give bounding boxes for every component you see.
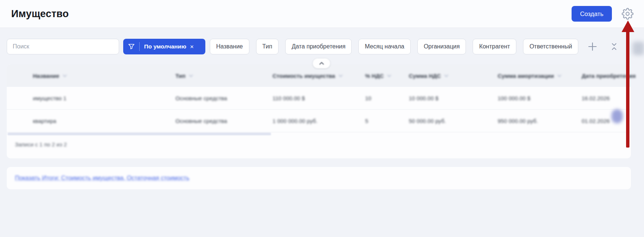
show-totals-link[interactable]: Показать Итоги: Стоимость имущества, Ост… — [15, 175, 189, 181]
column-header-label: Название — [33, 73, 59, 79]
add-filter-plus-icon[interactable] — [587, 41, 598, 52]
filter-chip-purchase-date[interactable]: Дата приобретения — [285, 39, 352, 54]
table-row[interactable]: квартира Основные средства 1 000 000.00 … — [7, 110, 631, 132]
filter-toolbar: По умолчанию × Название Тип Дата приобре… — [7, 39, 644, 54]
sort-chevron-icon — [444, 75, 448, 77]
header-actions: Создать — [572, 6, 634, 22]
filter-chip-responsible[interactable]: Ответственный — [523, 39, 578, 54]
cell-amortization: 100 000.00 $ — [498, 95, 582, 101]
sort-chevron-icon — [387, 75, 391, 77]
cell-vat-percent: 5 — [365, 118, 409, 124]
column-header-cost[interactable]: Стоимость имущества — [273, 73, 365, 79]
column-header-type[interactable]: Тип — [175, 73, 273, 79]
chevron-up-icon — [319, 62, 324, 65]
divider — [139, 42, 140, 51]
assets-page: Имущество Создать По умолчанию × Названи… — [0, 0, 644, 237]
filter-preset-label: По умолчанию — [144, 43, 186, 50]
horizontal-scrollbar[interactable] — [7, 133, 271, 135]
totals-card: Показать Итоги: Стоимость имущества, Ост… — [7, 167, 631, 189]
filter-chip-type[interactable]: Тип — [256, 39, 279, 54]
cell-type: Основные средства — [175, 118, 273, 124]
cell-vat-sum: 50 000.00 руб. — [409, 118, 498, 124]
search-input[interactable] — [7, 39, 119, 54]
column-header-name[interactable]: Название — [33, 73, 175, 79]
column-header-label: Стоимость имущества — [273, 73, 335, 79]
column-header-label: % НДС — [365, 73, 384, 79]
filter-chip-start-month[interactable]: Месяц начала — [358, 39, 411, 54]
page-header: Имущество Создать — [0, 0, 644, 28]
sort-chevron-icon — [63, 75, 67, 77]
column-settings-icon-blurred[interactable] — [632, 42, 644, 55]
table-row[interactable]: имущество 1 Основные средства 110 000.00… — [7, 87, 631, 110]
cell-purchase-date: 01.02.2026 — [582, 118, 631, 124]
collapse-chevrons-icon[interactable] — [611, 42, 617, 51]
column-header-label: Тип — [175, 73, 186, 79]
page-title: Имущество — [11, 8, 69, 20]
cell-vat-sum: 10 000.00 $ — [409, 95, 498, 101]
table-collapse-handle[interactable] — [313, 59, 330, 68]
annotation-arrow-shaft — [626, 31, 629, 148]
cell-type: Основные средства — [175, 95, 273, 101]
column-header-vat-sum[interactable]: Сумма НДС — [409, 73, 498, 79]
annotation-arrow-head — [622, 20, 634, 32]
clear-filter-icon[interactable]: × — [190, 44, 194, 50]
sort-chevron-icon — [339, 75, 343, 77]
floating-button-blurred[interactable] — [612, 109, 623, 123]
cell-name: квартира — [33, 118, 175, 124]
sort-chevron-icon — [557, 75, 561, 77]
records-info: Записи с 1 по 2 из 2 — [15, 141, 67, 148]
cell-vat-percent: 10 — [365, 95, 409, 101]
cell-cost: 110 000.00 $ — [273, 95, 365, 101]
column-header-label: Сумма НДС — [409, 73, 441, 79]
column-header-label: Сумма амортизации — [498, 73, 554, 79]
cell-cost: 1 000 000.00 руб. — [273, 118, 365, 124]
funnel-icon — [128, 43, 135, 50]
cell-purchase-date: 16.02.2026 — [582, 95, 631, 101]
create-button[interactable]: Создать — [572, 6, 612, 22]
column-header-amortization[interactable]: Сумма амортизации — [498, 73, 582, 79]
settings-gear-icon[interactable] — [622, 7, 634, 20]
filter-chip-organization[interactable]: Организация — [417, 39, 466, 54]
cell-amortization: 950 000.00 руб. — [498, 118, 582, 124]
filter-chip-name[interactable]: Название — [210, 39, 249, 54]
column-header-vat-percent[interactable]: % НДС — [365, 73, 409, 79]
default-filter-button[interactable]: По умолчанию × — [123, 39, 205, 54]
sort-chevron-icon — [189, 75, 193, 77]
filter-chips: Название Тип Дата приобретения Месяц нач… — [210, 39, 578, 54]
filter-chip-counterparty[interactable]: Контрагент — [473, 39, 516, 54]
cell-name: имущество 1 — [33, 95, 175, 101]
assets-table-card: Название Тип Стоимость имущества % НДС С… — [7, 64, 631, 158]
